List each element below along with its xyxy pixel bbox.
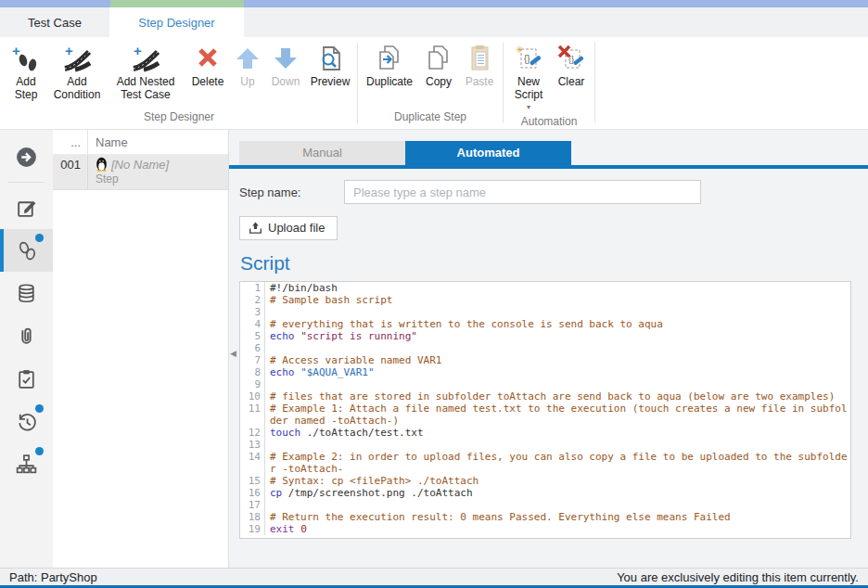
script-line: 6	[240, 342, 850, 354]
line-number: 18	[240, 511, 265, 523]
add-condition-button[interactable]: + Add Condition	[48, 42, 106, 104]
clear-script-button[interactable]: {} Clear	[551, 42, 592, 91]
notification-dot	[35, 447, 44, 455]
new-script-dropdown-caret[interactable]: ▾	[527, 103, 530, 111]
code-text	[265, 439, 850, 451]
script-line: 10# files that are stored in subfolder t…	[240, 390, 850, 403]
script-line: 17	[240, 499, 850, 511]
database-icon	[15, 282, 38, 305]
tab-test-case[interactable]: Test Case	[0, 7, 109, 37]
line-number: 15	[240, 475, 265, 487]
tab-manual[interactable]: Manual	[239, 141, 405, 165]
ribbon-separator	[594, 43, 595, 123]
code-text: touch ./toAttach/test.txt	[265, 427, 850, 439]
line-number: 11	[240, 403, 265, 427]
arrow-circle-icon	[15, 146, 38, 169]
notification-dot	[35, 404, 44, 413]
tab-step-designer[interactable]: Step Designer	[109, 7, 244, 37]
svg-text:{}: {}	[524, 54, 530, 64]
ribbon-group-title: Duplicate Step	[359, 109, 502, 129]
new-script-button[interactable]: ✳{} New Script ▾	[506, 42, 551, 113]
code-text: cp /tmp/screenshot.png ./toAttach	[265, 487, 850, 499]
script-line: 5echo "script is running"	[240, 330, 850, 342]
sidebar-item-history[interactable]	[0, 400, 53, 442]
script-line: 16cp /tmp/screenshot.png ./toAttach	[240, 487, 850, 499]
code-text: # Return the execution result: 0 means P…	[265, 511, 850, 523]
column-header-name[interactable]: Name	[88, 135, 128, 149]
notification-dot	[35, 234, 44, 242]
column-header-more[interactable]: ...	[53, 130, 88, 154]
sidebar-item-edit[interactable]	[0, 186, 53, 229]
add-nested-test-case-button[interactable]: + Add Nested Test Case	[106, 42, 185, 104]
attachment-icon	[15, 325, 38, 348]
sidebar-item-navigate[interactable]	[0, 135, 53, 178]
script-line: 9	[240, 378, 850, 390]
new-script-label: New Script	[510, 76, 547, 102]
sidebar-item-checklist[interactable]	[0, 357, 53, 400]
paste-button[interactable]: Paste	[459, 42, 500, 91]
sidebar-item-attachments[interactable]	[0, 314, 53, 357]
down-button[interactable]: Down	[265, 42, 306, 91]
code-text: exit 0	[265, 523, 850, 535]
copy-label: Copy	[426, 76, 452, 89]
script-line: 7# Access variable named VAR1	[240, 354, 850, 366]
up-label: Up	[240, 76, 254, 89]
ribbon-group-automation: ✳{} New Script ▾ {} Clear Automation	[504, 37, 594, 129]
down-label: Down	[272, 76, 300, 89]
code-text: echo "$AQUA_VAR1"	[265, 366, 850, 378]
sidebar-item-steps[interactable]	[0, 229, 53, 272]
tab-automated[interactable]: Automated	[405, 141, 571, 165]
line-number: 2	[240, 294, 265, 306]
add-step-label: Add Step	[7, 76, 45, 102]
svg-text:+: +	[65, 44, 73, 58]
step-row[interactable]: 001 [No Name] Step	[53, 155, 228, 190]
preview-button[interactable]: Preview	[306, 42, 354, 91]
code-text: #!/bin/bash	[265, 282, 850, 294]
step-name-label: Step name:	[239, 185, 344, 199]
upload-file-button[interactable]: Upload file	[239, 216, 338, 240]
code-text	[265, 499, 850, 511]
delete-button[interactable]: Delete	[185, 42, 230, 91]
script-line: 13	[240, 439, 850, 451]
title-tab-bar: Test Case Step Designer	[0, 7, 868, 37]
clear-script-label: Clear	[558, 76, 585, 89]
sidebar-item-dependencies[interactable]	[0, 442, 53, 485]
script-line: 15# Syntax: cp <filePath> ./toAttach	[240, 475, 850, 487]
history-icon	[15, 410, 38, 433]
status-lock-message: You are exclusively editing this item cu…	[617, 570, 859, 584]
add-nested-test-case-icon: +	[131, 44, 160, 73]
script-line: 8echo "$AQUA_VAR1"	[240, 366, 850, 378]
script-line: 4# everything that is written to the con…	[240, 318, 850, 330]
script-line: 3	[240, 306, 850, 318]
step-name-input[interactable]	[344, 180, 701, 204]
line-number: 10	[240, 390, 265, 403]
ribbon-group-step-designer: + Add Step + Add Condition + Add Nested …	[2, 37, 356, 129]
script-line: 12touch ./toAttach/test.txt	[240, 427, 850, 439]
code-text: # Syntax: cp <filePath> ./toAttach	[265, 475, 850, 487]
duplicate-button[interactable]: Duplicate	[361, 42, 418, 91]
line-number: 6	[240, 342, 265, 354]
line-number: 16	[240, 487, 265, 499]
sidebar-item-data[interactable]	[0, 272, 53, 314]
step-detail-panel: ◀ Manual Automated Step name: Upload fil…	[229, 130, 868, 568]
line-number: 12	[240, 427, 265, 439]
code-text: # everything that is written to the cons…	[265, 318, 850, 330]
add-nested-test-case-label: Add Nested Test Case	[109, 76, 182, 102]
script-editor[interactable]: 1#!/bin/bash2# Sample bash script34# eve…	[239, 281, 851, 539]
dependencies-icon	[15, 453, 38, 476]
copy-button[interactable]: Copy	[418, 42, 459, 91]
collapse-panel-handle[interactable]: ◀	[230, 349, 236, 358]
script-heading: Script	[240, 252, 855, 275]
code-text: echo "script is running"	[265, 330, 850, 342]
main-area: ... Name 001 [No Name] Step ◀ Manual Aut…	[0, 130, 868, 568]
sidebar-divider	[8, 182, 45, 183]
svg-text:+: +	[134, 44, 142, 58]
add-step-button[interactable]: + Add Step	[4, 42, 48, 104]
tasks-icon	[15, 367, 38, 390]
line-number: 13	[240, 439, 265, 451]
up-button[interactable]: Up	[230, 42, 265, 91]
line-number: 9	[240, 378, 265, 390]
code-text: # Example 1: Attach a file named test.tx…	[265, 403, 850, 427]
line-number: 1	[240, 282, 265, 294]
down-arrow-icon	[271, 44, 300, 73]
